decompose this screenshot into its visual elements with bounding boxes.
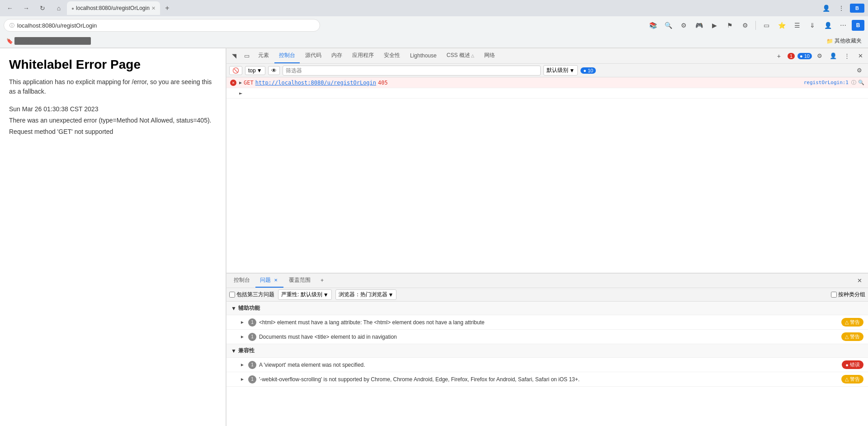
back-button[interactable]: ← (4, 2, 16, 14)
error-search-icon[interactable]: 🔍 (858, 80, 864, 85)
tab-close[interactable]: ✕ (151, 5, 156, 11)
tab-security[interactable]: 安全性 (379, 49, 405, 63)
error-source-info[interactable]: ⓘ (851, 79, 856, 86)
item-expand-icon[interactable]: ► (240, 362, 245, 367)
console-context-label: top (248, 67, 256, 74)
issues-category-accessibility[interactable]: ▼ 辅助功能 (226, 302, 868, 315)
refresh-button[interactable]: ↻ (36, 2, 49, 14)
browser-select-button[interactable]: 浏览器：热门浏览器 ▼ (335, 289, 397, 300)
console-context-button[interactable]: top ▼ (245, 66, 265, 75)
tab-application[interactable]: 应用程序 (348, 49, 378, 63)
address-bar[interactable]: ⓘ localhost:8080/u/registOrLogin (4, 19, 320, 32)
issues-toolbar: 包括第三方问题 严重性: 默认级别 ▼ 浏览器：热门浏览器 ▼ 按种类分组 (226, 288, 868, 302)
home-button[interactable]: ⌂ (52, 2, 65, 14)
item-expand-icon[interactable]: ► (240, 377, 245, 382)
error-metadata: Sun Mar 26 01:30:38 CST 2023 There was a… (9, 104, 217, 138)
issues-category-compatibility[interactable]: ▼ 兼容性 (226, 344, 868, 358)
add-tab-icon[interactable]: + (774, 51, 784, 62)
include-third-party-checkbox[interactable]: 包括第三方问题 (229, 291, 274, 298)
group-by-kind-checkbox[interactable]: 按种类分组 (831, 291, 865, 298)
tab-css-overview[interactable]: CSS 概述 △ (442, 49, 479, 63)
error-entry-expand[interactable]: ▶ (239, 80, 242, 85)
severity-chevron-icon: ▼ (323, 292, 329, 298)
active-tab[interactable]: ● localhost:8080/u/registOrLogin ✕ (67, 1, 160, 15)
games-icon[interactable]: 🎮 (692, 19, 706, 32)
group-check[interactable] (831, 292, 837, 298)
issue-count-badge: 1 (248, 375, 256, 383)
item-expand-icon[interactable]: ► (240, 320, 245, 325)
main-layout: Whitelabel Error Page This application h… (0, 48, 868, 426)
error-detail1: There was an unexpected error (type=Meth… (9, 115, 217, 126)
address-toolbar-icons: 📚 🔍 ⚙ 🎮 ▶ ⚑ ⚙ ▭ ⭐ ☰ ⇓ 👤 ⋯ B (646, 19, 864, 32)
tab-elements[interactable]: 元素 (254, 49, 274, 63)
bottom-tab-coverage[interactable]: 覆盖范围 (284, 274, 315, 288)
eye-button[interactable]: 👁 (268, 66, 280, 75)
bottom-tab-console[interactable]: 控制台 (229, 274, 255, 288)
console-settings-icon[interactable]: ⚙ (854, 65, 865, 76)
tab-memory[interactable]: 内存 (327, 49, 347, 63)
baidu2-icon[interactable]: B (852, 20, 864, 31)
category-collapse-icon: ▼ (231, 348, 236, 354)
category-collapse-icon: ▼ (231, 305, 236, 312)
baidu-icon[interactable]: B (850, 4, 864, 13)
error-description: This application has no explicit mapping… (9, 77, 217, 96)
collections2-icon[interactable]: ☰ (790, 19, 804, 32)
flag-icon[interactable]: ⚑ (723, 19, 736, 32)
bookmarks-folder[interactable]: 🔖 导入收藏夹xxxxxxxxxxxxxxxxx.. (4, 36, 94, 46)
error-source-link[interactable]: registOrLogin:1 (804, 80, 849, 85)
issue-text: <html> element must have a lang attribut… (259, 319, 839, 326)
devtools-close-icon[interactable]: ✕ (854, 50, 866, 62)
issues-item: ► 1 A 'viewport' meta element was not sp… (226, 358, 868, 372)
toolbar-divider (755, 21, 756, 30)
bottom-panel-close-icon[interactable]: ✕ (854, 275, 865, 287)
clear-console-button[interactable]: 🚫 (229, 66, 242, 75)
issues-tab-close[interactable]: ✕ (273, 277, 279, 284)
severity-select-button[interactable]: 严重性: 默认级别 ▼ (278, 289, 332, 300)
tab-console[interactable]: 控制台 (274, 49, 300, 63)
error-badge-icon: ● (845, 362, 849, 368)
settings-icon[interactable]: ⚙ (738, 19, 752, 32)
console-count-badge: ● 10 (580, 67, 596, 74)
tab-network[interactable]: 网络 (480, 49, 500, 63)
bookmark-icon: 🔖 (6, 38, 13, 44)
bottom-tab-issues[interactable]: 问题 ✕ (255, 274, 283, 288)
console-toolbar: 🚫 top ▼ 👁 默认级别 ▼ ● 10 ⚙ (226, 64, 868, 77)
tab-title: localhost:8080/u/registOrLogin (76, 5, 150, 11)
console-level-button[interactable]: 默认级别 ▼ (543, 65, 578, 76)
address-text: localhost:8080/u/registOrLogin (17, 22, 97, 29)
tab-sources[interactable]: 源代码 (301, 49, 326, 63)
info-icon: ● (583, 68, 586, 73)
bottom-tab-add[interactable]: + (316, 274, 328, 288)
collections-icon[interactable]: ▶ (708, 19, 721, 32)
issue-text: Documents must have <title> element to a… (259, 334, 839, 340)
other-bookmarks[interactable]: 📁 其他收藏夹 (824, 36, 864, 46)
expand-icon[interactable]: ► (230, 90, 242, 96)
extensions-icon[interactable]: ⚙ (677, 19, 690, 32)
third-party-check[interactable] (229, 292, 235, 298)
ssl-icon: ⓘ (9, 22, 14, 29)
console-filter-input[interactable] (283, 66, 541, 76)
item-expand-icon[interactable]: ► (240, 334, 245, 339)
devtools-settings-icon[interactable]: ⚙ (814, 50, 826, 62)
issues-item: ► 1 Documents must have <title> element … (226, 330, 868, 344)
devtools-more-icon[interactable]: ⋮ (841, 50, 853, 62)
read-mode-icon[interactable]: 📚 (646, 19, 660, 32)
bottom-tabs: 控制台 问题 ✕ 覆盖范围 + ✕ (226, 274, 868, 288)
device-toggle-icon[interactable]: ▭ (241, 50, 253, 62)
more2-icon[interactable]: ⋯ (836, 19, 850, 32)
profile-icon[interactable]: 👤 (821, 19, 835, 32)
tab-lighthouse[interactable]: Lighthouse (406, 49, 441, 63)
download-icon[interactable]: ⇓ (806, 19, 819, 32)
favorites-icon[interactable]: ⭐ (775, 19, 788, 32)
new-tab-button[interactable]: + (162, 3, 173, 14)
error-url-link[interactable]: http://localhost:8080/u/registOrLogin (255, 80, 376, 86)
profile-icon[interactable]: 👤 (819, 1, 833, 15)
split-icon[interactable]: ▭ (760, 19, 773, 32)
devtools-profile-icon[interactable]: 👤 (827, 50, 839, 62)
search-icon[interactable]: 🔍 (661, 19, 675, 32)
inspect-element-icon[interactable]: ◥ (228, 50, 240, 62)
more-options-icon[interactable]: ⋮ (835, 1, 848, 15)
forward-button[interactable]: → (20, 2, 33, 14)
warning-icon: △ (845, 319, 849, 325)
issues-item: ► 1 '-webkit-overflow-scrolling' is not … (226, 372, 868, 387)
